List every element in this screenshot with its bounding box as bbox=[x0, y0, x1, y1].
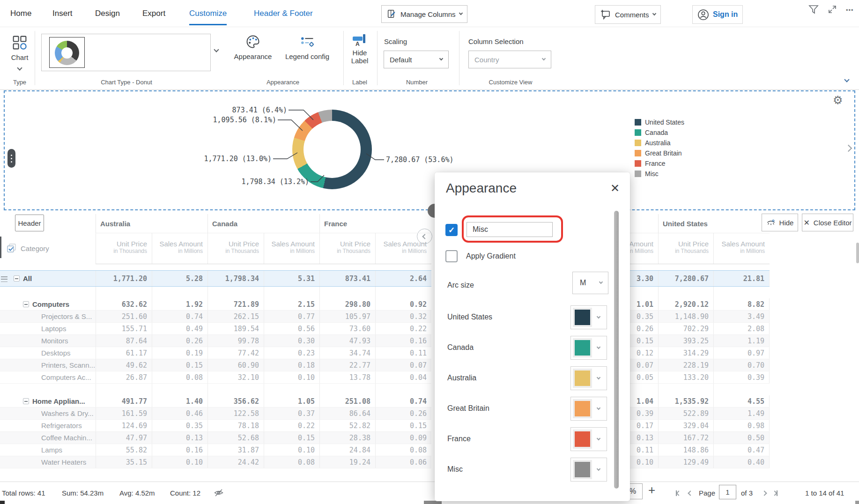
legend-item[interactable]: Misc bbox=[635, 169, 684, 179]
grid-cell[interactable]: 2.15 bbox=[264, 298, 319, 310]
grid-cell[interactable]: 251.60 bbox=[96, 311, 152, 322]
chart-type-selector[interactable] bbox=[41, 34, 211, 71]
grid-cell[interactable]: 0.10 bbox=[152, 456, 207, 468]
color-swatch-dropdown[interactable] bbox=[570, 336, 607, 360]
grid-cell[interactable]: 28.38 bbox=[319, 432, 375, 444]
grid-cell[interactable]: 1.49 bbox=[713, 408, 770, 419]
column-header-measure[interactable]: Unit Pricein Thousands bbox=[319, 233, 375, 264]
grid-cell[interactable]: 0.08 bbox=[152, 371, 207, 383]
grid-cell[interactable]: 32.10 bbox=[207, 371, 264, 383]
column-header-country[interactable]: Canada bbox=[207, 214, 319, 233]
grid-cell[interactable]: 0.08 bbox=[375, 444, 431, 456]
scaling-dropdown[interactable]: Default bbox=[384, 51, 449, 68]
grid-cell[interactable]: 22.77 bbox=[319, 359, 375, 371]
grid-cell[interactable]: 0.10 bbox=[264, 444, 319, 456]
grid-cell[interactable]: 491.77 bbox=[96, 395, 152, 407]
drag-handle[interactable] bbox=[7, 149, 15, 168]
chart-type-button[interactable]: Chart bbox=[7, 35, 32, 70]
legend-item[interactable]: Canada bbox=[635, 127, 684, 138]
grid-cell[interactable]: 1,148.90 bbox=[658, 311, 713, 322]
row-label-cell[interactable]: Coffee Machin... bbox=[0, 432, 96, 444]
tab-design[interactable]: Design bbox=[95, 0, 120, 27]
grid-cell[interactable]: 52.82 bbox=[319, 420, 375, 431]
grid-cell[interactable]: 3.49 bbox=[713, 311, 770, 322]
grid-cell[interactable]: 0.35 bbox=[152, 420, 207, 431]
grid-cell[interactable]: 393.25 bbox=[658, 335, 713, 347]
dialog-scrollbar[interactable] bbox=[614, 211, 619, 489]
row-label-cell[interactable]: Computers Ac... bbox=[0, 371, 96, 383]
grid-cell[interactable]: 31.87 bbox=[207, 444, 264, 456]
grid-cell[interactable]: 5.31 bbox=[264, 271, 319, 286]
grid-cell[interactable]: 47.93 bbox=[319, 335, 375, 347]
column-header-measure[interactable]: Unit Pricein Thousands bbox=[96, 233, 152, 264]
grid-cell[interactable]: 0.74 bbox=[152, 311, 207, 322]
tab-export[interactable]: Export bbox=[142, 0, 165, 27]
grid-cell[interactable]: 721.89 bbox=[207, 298, 264, 310]
row-label-cell[interactable]: Laptops bbox=[0, 323, 96, 334]
row-drag-icon[interactable] bbox=[1, 276, 7, 282]
dialog-close-icon[interactable]: ✕ bbox=[610, 182, 620, 195]
grid-cell[interactable]: 0.39 bbox=[713, 371, 770, 383]
apply-gradient-checkbox[interactable] bbox=[445, 250, 458, 262]
color-swatch-dropdown[interactable] bbox=[570, 427, 607, 451]
grid-cell[interactable]: 52.68 bbox=[207, 432, 264, 444]
sign-in-button[interactable]: Sign in bbox=[692, 5, 743, 24]
row-label-cell[interactable]: Lamps bbox=[0, 444, 96, 456]
grid-cell[interactable]: 702.29 bbox=[658, 323, 713, 334]
color-swatch-dropdown[interactable] bbox=[570, 458, 607, 482]
grid-cell[interactable]: 0.47 bbox=[713, 444, 770, 456]
tab-insert[interactable]: Insert bbox=[52, 0, 73, 27]
horizontal-scrollbar-right[interactable] bbox=[855, 501, 859, 504]
column-header-measure[interactable]: Unit Pricein Thousands bbox=[207, 233, 264, 264]
grid-cell[interactable]: 167.72 bbox=[658, 432, 713, 444]
grid-cell[interactable]: 0.37 bbox=[264, 408, 319, 419]
grid-cell[interactable]: 133.20 bbox=[658, 371, 713, 383]
row-label-cell[interactable]: Projectors & S... bbox=[0, 311, 96, 322]
grid-cell[interactable]: 0.92 bbox=[375, 298, 431, 310]
page-input[interactable] bbox=[719, 485, 736, 499]
grid-cell[interactable]: 0.97 bbox=[713, 347, 770, 359]
header-button[interactable]: Header bbox=[15, 215, 44, 231]
prev-page-button[interactable] bbox=[689, 482, 692, 504]
grid-cell[interactable]: 356.62 bbox=[207, 395, 264, 407]
grid-cell[interactable]: 0.07 bbox=[375, 359, 431, 371]
column-header-country[interactable]: United States bbox=[658, 214, 770, 233]
appearance-button[interactable]: Appearance bbox=[231, 34, 274, 60]
grid-cell[interactable]: 873.41 bbox=[319, 271, 375, 286]
column-selection-dropdown[interactable]: Country bbox=[468, 51, 551, 68]
grid-cell[interactable]: 262.15 bbox=[207, 311, 264, 322]
grid-cell[interactable]: 161.59 bbox=[96, 408, 152, 419]
hide-grid-button[interactable]: Hide bbox=[762, 214, 798, 231]
grid-cell[interactable]: 2.64 bbox=[375, 271, 431, 286]
close-editor-button[interactable]: ✕ Close Editor bbox=[802, 214, 853, 231]
grid-cell[interactable]: 0.22 bbox=[264, 420, 319, 431]
grid-cell[interactable]: 1,535.92 bbox=[658, 395, 713, 407]
grid-cell[interactable]: 0.70 bbox=[713, 359, 770, 371]
gear-icon[interactable]: ⚙ bbox=[833, 94, 843, 107]
horizontal-scrollbar-thumb[interactable] bbox=[424, 501, 442, 504]
grid-cell[interactable]: 1.92 bbox=[152, 298, 207, 310]
grid-cell[interactable]: 0.50 bbox=[713, 432, 770, 444]
grid-cell[interactable]: 251.08 bbox=[319, 395, 375, 407]
column-header-measure[interactable]: Sales Amountin Millions bbox=[713, 233, 770, 264]
grid-cell[interactable]: 99.78 bbox=[207, 335, 264, 347]
grid-cell[interactable]: 0.09 bbox=[375, 432, 431, 444]
hide-label-button[interactable]: A Hide Label bbox=[347, 34, 373, 65]
grid-cell[interactable]: 0.30 bbox=[264, 335, 319, 347]
collapse-icon[interactable] bbox=[23, 301, 29, 307]
grid-cell[interactable]: 78.18 bbox=[207, 420, 264, 431]
color-swatch-dropdown[interactable] bbox=[570, 397, 607, 421]
grid-cell[interactable]: 87.64 bbox=[96, 335, 152, 347]
grid-cell[interactable]: 5.28 bbox=[152, 271, 207, 286]
grid-cell[interactable]: 0.11 bbox=[375, 347, 431, 359]
grid-cell[interactable]: 0.15 bbox=[375, 420, 431, 431]
donut-ring[interactable] bbox=[292, 110, 372, 189]
last-page-button[interactable] bbox=[773, 482, 778, 504]
selector-chevron-icon[interactable] bbox=[214, 47, 219, 52]
grid-cell[interactable]: 24.42 bbox=[207, 456, 264, 468]
grid-cell[interactable]: 0.46 bbox=[152, 408, 207, 419]
grid-cell[interactable]: 49.62 bbox=[96, 359, 152, 371]
grid-cell[interactable]: 73.60 bbox=[319, 323, 375, 334]
grid-cell[interactable]: 21.81 bbox=[713, 271, 770, 286]
comments-button[interactable]: Comments bbox=[595, 5, 661, 24]
